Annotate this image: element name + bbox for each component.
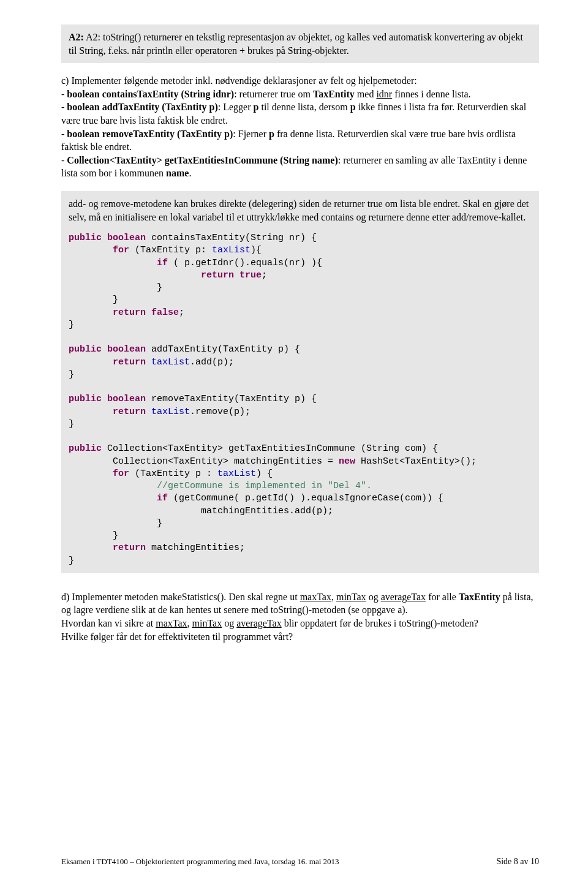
box2-intro: add- og remove-metodene kan brukes direk… xyxy=(69,197,532,224)
page-footer: Eksamen i TDT4100 – Objektorientert prog… xyxy=(61,857,539,867)
question-c: c) Implementer følgende metoder inkl. nø… xyxy=(61,74,539,180)
document-page: A2: A2: toString() returnerer en tekstli… xyxy=(0,0,588,885)
footer-left: Eksamen i TDT4100 – Objektorientert prog… xyxy=(61,857,339,867)
answer-box-code: add- og remove-metodene kan brukes direk… xyxy=(61,191,539,573)
answer-box-a2: A2: A2: toString() returnerer en tekstli… xyxy=(61,24,539,63)
code-block: public boolean containsTaxEntity(String … xyxy=(69,232,532,567)
box1-text: A2: A2: toString() returnerer en tekstli… xyxy=(69,32,523,56)
question-d: d) Implementer metoden makeStatistics().… xyxy=(61,590,539,643)
footer-right: Side 8 av 10 xyxy=(496,857,539,867)
